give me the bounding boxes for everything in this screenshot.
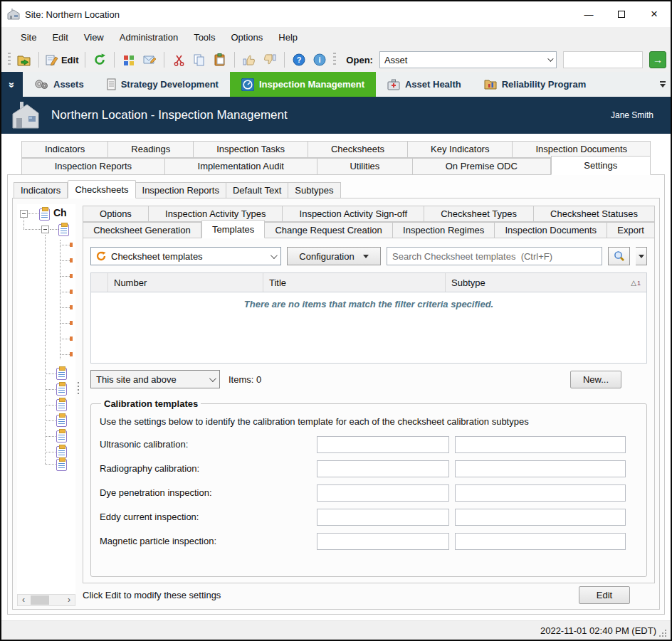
menu-tools[interactable]: Tools bbox=[186, 27, 223, 48]
tab-indicators[interactable]: Indicators bbox=[21, 141, 108, 158]
tree-splitter[interactable] bbox=[75, 203, 81, 606]
tab-utilities[interactable]: Utilities bbox=[317, 158, 413, 175]
minimize-button[interactable]: — bbox=[572, 1, 605, 27]
module-tab-reliability-program[interactable]: Reliability Program bbox=[473, 72, 597, 97]
open-combobox[interactable]: Asset bbox=[379, 51, 557, 68]
maximize-button[interactable] bbox=[605, 1, 638, 27]
tree-canvas[interactable]: Ch bbox=[17, 204, 75, 594]
settings-tab-indicators[interactable]: Indicators bbox=[14, 182, 68, 198]
copy-button[interactable] bbox=[190, 51, 209, 69]
scrollbar-thumb[interactable] bbox=[31, 595, 49, 605]
grid-column-subtype[interactable]: Subtype △1 bbox=[446, 273, 646, 292]
tab-key-indicators[interactable]: Key Indicators bbox=[408, 141, 513, 158]
search-input[interactable] bbox=[387, 247, 602, 265]
checksheet-node-icon[interactable] bbox=[56, 399, 67, 411]
menu-site[interactable]: Site bbox=[13, 27, 44, 48]
grid-column-title[interactable]: Title bbox=[263, 273, 446, 292]
cstab-checksheet-types[interactable]: Checksheet Types bbox=[424, 206, 534, 222]
magnetic-particle-template-field[interactable] bbox=[317, 533, 449, 550]
go-button[interactable]: → bbox=[649, 51, 666, 68]
settings-tab-inspection-reports[interactable]: Inspection Reports bbox=[136, 182, 226, 198]
magnetic-particle-template-field-2[interactable] bbox=[455, 533, 626, 550]
scroll-right-icon[interactable]: › bbox=[63, 595, 75, 605]
cstab-inspection-activity-sign-off[interactable]: Inspection Activity Sign-off bbox=[283, 206, 424, 222]
module-tab-inspection-management[interactable]: Inspection Management bbox=[230, 72, 376, 97]
search-button[interactable] bbox=[608, 247, 630, 265]
eddy-current-template-field[interactable] bbox=[317, 509, 449, 526]
menu-view[interactable]: View bbox=[76, 27, 112, 48]
open-item-button[interactable] bbox=[15, 51, 33, 69]
tab-implementation-audit[interactable]: Implementation Audit bbox=[165, 158, 317, 175]
cstab-inspection-documents[interactable]: Inspection Documents bbox=[495, 222, 607, 238]
cstab-options[interactable]: Options bbox=[83, 206, 149, 222]
settings-tab-subtypes[interactable]: Subtypes bbox=[288, 182, 340, 198]
cstab-templates[interactable]: Templates bbox=[201, 220, 266, 238]
info-button[interactable]: i bbox=[310, 51, 329, 69]
tab-readings[interactable]: Readings bbox=[108, 141, 194, 158]
checksheet-node-icon[interactable] bbox=[56, 459, 67, 471]
module-tab-strategy-development[interactable]: Strategy Development bbox=[95, 72, 230, 97]
scroll-left-icon[interactable]: ‹ bbox=[18, 595, 29, 605]
grid-column-number[interactable]: Number bbox=[108, 273, 263, 292]
paste-button[interactable] bbox=[211, 51, 229, 69]
tab-inspection-reports[interactable]: Inspection Reports bbox=[21, 158, 165, 175]
checksheet-node-icon[interactable] bbox=[56, 383, 67, 396]
grid-row-selector-column[interactable] bbox=[91, 273, 108, 292]
ultrasonic-template-field-2[interactable] bbox=[455, 436, 626, 453]
cstab-inspection-regimes[interactable]: Inspection Regimes bbox=[393, 222, 495, 238]
tree-horizontal-scrollbar[interactable]: ‹ › bbox=[17, 594, 75, 606]
settings-tab-default-text[interactable]: Default Text bbox=[226, 182, 288, 198]
menu-options[interactable]: Options bbox=[224, 27, 271, 48]
menu-administration[interactable]: Administration bbox=[112, 27, 186, 48]
tab-on-premise-odc[interactable]: On Premise ODC bbox=[413, 158, 551, 175]
refresh-button[interactable] bbox=[90, 51, 109, 69]
scope-selector[interactable]: This site and above bbox=[90, 370, 220, 388]
edit-button[interactable]: Edit bbox=[44, 51, 80, 69]
reject-button[interactable] bbox=[261, 51, 279, 69]
checksheet-templates-selector[interactable]: Checksheet templates bbox=[90, 247, 281, 265]
dye-penetration-template-field-2[interactable] bbox=[455, 484, 626, 502]
cut-button[interactable] bbox=[169, 51, 188, 69]
resize-grip-icon[interactable] bbox=[662, 632, 663, 634]
eddy-current-template-field-2[interactable] bbox=[455, 509, 626, 526]
checksheet-node-icon[interactable] bbox=[58, 224, 69, 236]
close-button[interactable]: × bbox=[638, 1, 671, 27]
radiography-template-field-2[interactable] bbox=[455, 460, 626, 477]
dye-penetration-template-field[interactable] bbox=[317, 484, 449, 502]
tree-root-label[interactable]: Ch bbox=[53, 207, 72, 218]
checksheet-node-icon[interactable] bbox=[56, 446, 67, 458]
checksheet-node-icon[interactable] bbox=[56, 415, 67, 427]
quick-open-input[interactable] bbox=[563, 51, 643, 68]
help-button[interactable]: ? bbox=[290, 51, 308, 69]
templates-grid: Number Title Subtype △1 There are no ite… bbox=[90, 272, 647, 364]
approve-button[interactable] bbox=[240, 51, 258, 69]
checksheet-node-icon[interactable] bbox=[56, 368, 67, 380]
cstab-checksheet-statuses[interactable]: Checksheet Statuses bbox=[534, 206, 655, 222]
send-button[interactable] bbox=[140, 51, 159, 69]
menu-edit[interactable]: Edit bbox=[44, 27, 75, 48]
ultrasonic-template-field[interactable] bbox=[317, 436, 449, 453]
edit-settings-button[interactable]: Edit bbox=[579, 586, 630, 604]
new-button[interactable]: New... bbox=[570, 371, 621, 388]
tab-checksheets[interactable]: Checksheets bbox=[308, 141, 408, 158]
search-options-dropdown[interactable] bbox=[636, 247, 647, 265]
tree-expander[interactable] bbox=[41, 226, 49, 233]
cstab-export[interactable]: Export bbox=[607, 222, 655, 238]
checksheet-node-icon[interactable] bbox=[39, 208, 50, 221]
assets-tool-button[interactable] bbox=[120, 51, 138, 69]
status-bar: 2022-11-01 02:40 PM (EDT) bbox=[1, 620, 671, 640]
settings-tab-checksheets[interactable]: Checksheets bbox=[68, 180, 135, 198]
module-tab-asset-health[interactable]: Asset Health bbox=[376, 72, 473, 97]
menu-help[interactable]: Help bbox=[271, 27, 305, 48]
tab-settings[interactable]: Settings bbox=[551, 156, 651, 175]
cstab-change-request-creation[interactable]: Change Request Creation bbox=[265, 222, 393, 238]
tree-expander[interactable] bbox=[20, 210, 28, 218]
collapse-modulebar-button[interactable]: » bbox=[1, 72, 23, 97]
modulebar-overflow-button[interactable] bbox=[655, 72, 671, 97]
radiography-template-field[interactable] bbox=[317, 460, 449, 477]
cstab-checksheet-generation[interactable]: Checksheet Generation bbox=[83, 222, 201, 238]
checksheet-node-icon[interactable] bbox=[56, 430, 67, 443]
module-tab-assets[interactable]: Assets bbox=[23, 72, 95, 97]
configuration-button[interactable]: Configuration bbox=[287, 247, 381, 265]
tab-inspection-tasks[interactable]: Inspection Tasks bbox=[194, 141, 308, 158]
